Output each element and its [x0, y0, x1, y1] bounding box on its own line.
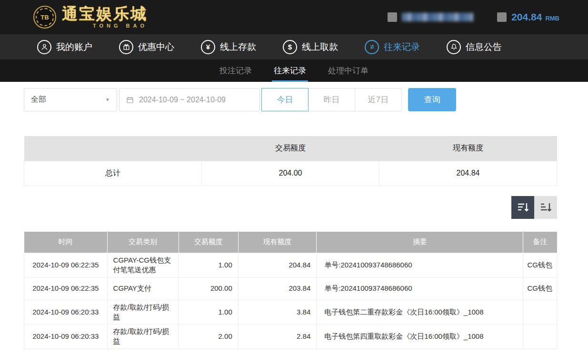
cell-note	[523, 300, 557, 325]
nav-label: 我的账户	[56, 41, 92, 53]
summary-section: 交易额度 现有额度 总计 204.00 204.84	[24, 136, 557, 186]
balance-display: 204.84 RMB	[497, 11, 559, 23]
brand-logo[interactable]: TB 通宝娱乐城 TONG BAO	[33, 6, 148, 29]
cell-amount: 1.00	[179, 253, 238, 278]
balance-currency: RMB	[545, 15, 559, 22]
nav-label: 线上取款	[302, 41, 338, 53]
filter-row: 全部 ▼ 2024-10-09 ~ 2024-10-09 今日 昨日 近7日 查…	[24, 88, 557, 111]
table-row: 2024-10-09 06:22:35 CGPAY支付 200.00 203.8…	[24, 277, 557, 300]
cell-note: CG钱包	[523, 253, 557, 278]
bell-icon	[447, 40, 461, 54]
chip-badge: TB	[40, 14, 49, 21]
sort-desc-icon	[516, 200, 530, 215]
nav-label: 往来记录	[384, 41, 420, 53]
nav-label: 线上存款	[220, 41, 256, 53]
yesterday-button[interactable]: 昨日	[308, 88, 355, 111]
records-table: 时间 交易类别 交易额度 现有额度 摘要 备注 2024-10-09 06:22…	[24, 232, 557, 349]
wallet-icon	[497, 12, 507, 22]
chevron-down-icon: ▼	[105, 97, 110, 102]
gift-icon	[119, 40, 133, 54]
withdraw-coin-icon: $	[283, 40, 297, 54]
nav-item-deposit[interactable]: ¥ 线上存款	[201, 40, 256, 54]
col-amount: 交易额度	[179, 232, 238, 253]
balance-amount: 204.84	[511, 11, 542, 23]
cell-type: 存款/取款/打码/损益	[107, 325, 179, 349]
tab-label: 往来记录	[274, 65, 306, 76]
masked-username	[402, 13, 473, 21]
cell-balance: 3.84	[238, 300, 316, 325]
cell-type: 存款/取款/打码/损益	[107, 300, 179, 325]
last7days-button[interactable]: 近7日	[355, 88, 402, 111]
summary-total-transaction: 204.00	[202, 161, 379, 186]
user-account[interactable]	[388, 12, 473, 22]
user-badge-icon	[388, 12, 397, 22]
cell-summary: 单号:202410093748686060	[317, 253, 523, 278]
summary-total-balance: 204.84	[379, 161, 557, 186]
nav-label: 信息公告	[466, 41, 502, 53]
summary-total-row: 总计 204.00 204.84	[24, 161, 557, 186]
cell-time: 2024-10-09 06:22:35	[24, 253, 108, 278]
top-bar: TB 通宝娱乐城 TONG BAO 204.84 RMB	[0, 0, 588, 34]
cell-time: 2024-10-09 06:20:33	[24, 300, 108, 325]
brand-subtitle: TONG BAO	[62, 23, 148, 29]
sort-asc-icon	[538, 200, 553, 215]
date-range-picker[interactable]: 2024-10-09 ~ 2024-10-09	[119, 88, 260, 111]
cell-summary: 电子钱包第二重存款彩金《次日16:00领取》_1008	[317, 300, 523, 325]
summary-header-empty	[24, 136, 202, 161]
type-filter-select[interactable]: 全部 ▼	[24, 88, 117, 111]
main-content: 全部 ▼ 2024-10-09 ~ 2024-10-09 今日 昨日 近7日 查…	[0, 82, 588, 364]
summary-header-balance: 现有额度	[379, 136, 557, 161]
quick-date-group: 今日 昨日 近7日	[262, 88, 402, 111]
col-time: 时间	[24, 232, 108, 253]
col-summary: 摘要	[317, 232, 523, 253]
cell-time: 2024-10-09 06:20:33	[24, 325, 108, 349]
cell-summary: 单号:202410093748686060	[317, 277, 523, 300]
nav-item-transaction-records[interactable]: 往来记录	[365, 40, 420, 54]
col-type: 交易类别	[107, 232, 179, 253]
type-filter-value: 全部	[31, 95, 46, 105]
cell-amount: 1.00	[179, 300, 238, 325]
cell-time: 2024-10-09 06:22:35	[24, 277, 108, 300]
cell-balance: 204.84	[238, 253, 316, 278]
cell-amount: 2.00	[179, 325, 238, 349]
nav-item-my-account[interactable]: 我的账户	[37, 40, 92, 54]
search-button[interactable]: 查询	[408, 88, 456, 111]
cell-note	[523, 325, 557, 349]
nav-item-withdraw[interactable]: $ 线上取款	[283, 40, 338, 54]
sub-nav: 投注记录 往来记录 处理中订单	[0, 59, 588, 82]
date-range-value: 2024-10-09 ~ 2024-10-09	[139, 96, 226, 104]
summary-total-label: 总计	[24, 161, 202, 186]
tab-label: 处理中订单	[328, 65, 369, 76]
cell-amount: 200.00	[179, 277, 238, 300]
today-button[interactable]: 今日	[261, 88, 309, 111]
sort-descending-button[interactable]	[511, 196, 534, 219]
summary-header-row: 交易额度 现有额度	[24, 136, 557, 161]
col-balance: 现有额度	[238, 232, 316, 253]
user-icon	[37, 40, 51, 54]
tab-betting-records[interactable]: 投注记录	[219, 59, 252, 82]
cell-balance: 2.84	[238, 325, 316, 349]
sort-ascending-button[interactable]	[534, 196, 557, 219]
table-row: 2024-10-09 06:22:35 CGPAY-CG钱包支付笔笔送优惠 1.…	[24, 253, 557, 278]
nav-label: 优惠中心	[138, 41, 174, 53]
table-header-row: 时间 交易类别 交易额度 现有额度 摘要 备注	[24, 232, 557, 253]
sort-controls	[24, 196, 557, 219]
chip-logo-icon: TB	[33, 6, 56, 29]
nav-item-announcements[interactable]: 信息公告	[447, 40, 502, 54]
cell-note: CG钱包	[523, 277, 557, 300]
cell-type: CGPAY-CG钱包支付笔笔送优惠	[107, 253, 179, 278]
cell-balance: 203.84	[238, 277, 316, 300]
table-row: 2024-10-09 06:20:33 存款/取款/打码/损益 2.00 2.8…	[24, 325, 557, 349]
tab-pending-orders[interactable]: 处理中订单	[328, 59, 369, 82]
table-row: 2024-10-09 06:20:33 存款/取款/打码/损益 1.00 3.8…	[24, 300, 557, 325]
deposit-coin-icon: ¥	[201, 40, 215, 54]
tab-label: 投注记录	[219, 65, 252, 76]
tab-transaction-records[interactable]: 往来记录	[274, 59, 306, 82]
col-note: 备注	[523, 232, 557, 253]
brand-title: 通宝娱乐城	[62, 6, 148, 21]
nav-item-promotions[interactable]: 优惠中心	[119, 40, 174, 54]
main-nav: 我的账户 优惠中心 ¥ 线上存款 $ 线上取款 往来记录 信息公告	[0, 34, 588, 59]
calendar-icon	[126, 96, 134, 104]
cell-summary: 电子钱包第四重取款彩金《次日16:00领取》_1008	[317, 325, 523, 349]
cell-type: CGPAY支付	[107, 277, 179, 300]
